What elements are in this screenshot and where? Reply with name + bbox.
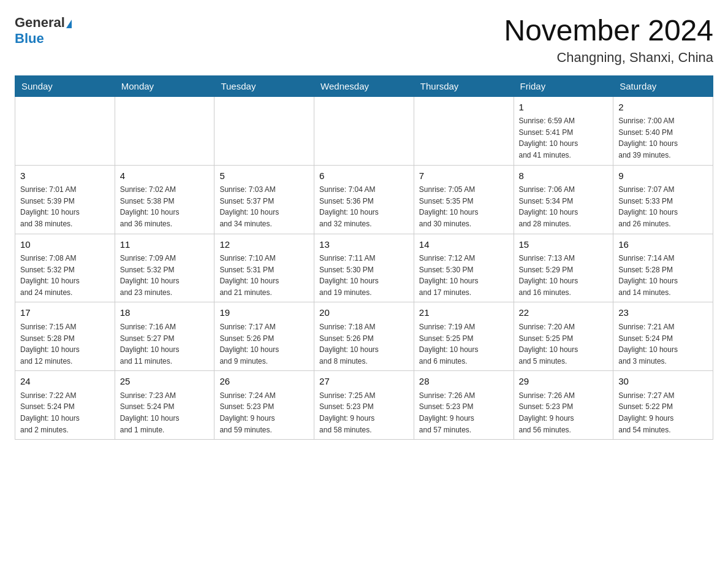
calendar-cell: 18Sunrise: 7:16 AM Sunset: 5:27 PM Dayli… bbox=[115, 302, 214, 371]
day-info: Sunrise: 7:13 AM Sunset: 5:29 PM Dayligh… bbox=[519, 253, 609, 298]
day-info: Sunrise: 7:04 AM Sunset: 5:36 PM Dayligh… bbox=[319, 184, 409, 229]
logo-triangle-icon bbox=[66, 20, 72, 28]
calendar-cell: 22Sunrise: 7:20 AM Sunset: 5:25 PM Dayli… bbox=[514, 302, 613, 371]
day-info: Sunrise: 7:26 AM Sunset: 5:23 PM Dayligh… bbox=[419, 390, 509, 435]
day-info: Sunrise: 7:11 AM Sunset: 5:30 PM Dayligh… bbox=[319, 253, 409, 298]
day-info: Sunrise: 7:09 AM Sunset: 5:32 PM Dayligh… bbox=[120, 253, 210, 298]
header-thursday: Thursday bbox=[414, 75, 514, 96]
calendar-cell: 8Sunrise: 7:06 AM Sunset: 5:34 PM Daylig… bbox=[514, 165, 613, 234]
day-info: Sunrise: 7:05 AM Sunset: 5:35 PM Dayligh… bbox=[419, 184, 509, 229]
calendar-cell: 15Sunrise: 7:13 AM Sunset: 5:29 PM Dayli… bbox=[514, 234, 613, 302]
month-year-title: November 2024 bbox=[504, 15, 713, 47]
day-number: 25 bbox=[120, 375, 210, 389]
calendar-week-0: 1Sunrise: 6:59 AM Sunset: 5:41 PM Daylig… bbox=[15, 96, 713, 165]
calendar-cell: 4Sunrise: 7:02 AM Sunset: 5:38 PM Daylig… bbox=[115, 165, 214, 234]
day-number: 21 bbox=[419, 306, 509, 320]
day-number: 16 bbox=[618, 238, 708, 252]
day-number: 20 bbox=[319, 306, 409, 320]
calendar-cell: 6Sunrise: 7:04 AM Sunset: 5:36 PM Daylig… bbox=[314, 165, 414, 234]
day-number: 3 bbox=[20, 169, 110, 183]
day-number: 22 bbox=[519, 306, 609, 320]
calendar-cell: 28Sunrise: 7:26 AM Sunset: 5:23 PM Dayli… bbox=[414, 371, 514, 440]
day-info: Sunrise: 7:07 AM Sunset: 5:33 PM Dayligh… bbox=[618, 184, 708, 229]
header-tuesday: Tuesday bbox=[214, 75, 314, 96]
calendar-cell: 19Sunrise: 7:17 AM Sunset: 5:26 PM Dayli… bbox=[214, 302, 314, 371]
calendar-cell: 23Sunrise: 7:21 AM Sunset: 5:24 PM Dayli… bbox=[613, 302, 713, 371]
calendar-cell: 3Sunrise: 7:01 AM Sunset: 5:39 PM Daylig… bbox=[15, 165, 115, 234]
day-number: 15 bbox=[519, 238, 609, 252]
header-friday: Friday bbox=[514, 75, 613, 96]
calendar-cell: 14Sunrise: 7:12 AM Sunset: 5:30 PM Dayli… bbox=[414, 234, 514, 302]
calendar-cell: 25Sunrise: 7:23 AM Sunset: 5:24 PM Dayli… bbox=[115, 371, 214, 440]
calendar-cell: 30Sunrise: 7:27 AM Sunset: 5:22 PM Dayli… bbox=[613, 371, 713, 440]
logo: General Blue bbox=[15, 15, 72, 47]
day-info: Sunrise: 7:24 AM Sunset: 5:23 PM Dayligh… bbox=[219, 390, 309, 435]
calendar-cell: 20Sunrise: 7:18 AM Sunset: 5:26 PM Dayli… bbox=[314, 302, 414, 371]
calendar-cell bbox=[314, 96, 414, 165]
day-number: 27 bbox=[319, 375, 409, 389]
calendar-cell: 5Sunrise: 7:03 AM Sunset: 5:37 PM Daylig… bbox=[214, 165, 314, 234]
calendar-cell bbox=[115, 96, 214, 165]
day-info: Sunrise: 7:01 AM Sunset: 5:39 PM Dayligh… bbox=[20, 184, 110, 229]
day-number: 26 bbox=[219, 375, 309, 389]
day-info: Sunrise: 7:27 AM Sunset: 5:22 PM Dayligh… bbox=[618, 390, 708, 435]
day-number: 2 bbox=[618, 101, 708, 115]
day-number: 19 bbox=[219, 306, 309, 320]
day-info: Sunrise: 7:02 AM Sunset: 5:38 PM Dayligh… bbox=[120, 184, 210, 229]
day-info: Sunrise: 7:00 AM Sunset: 5:40 PM Dayligh… bbox=[618, 115, 708, 161]
day-info: Sunrise: 7:12 AM Sunset: 5:30 PM Dayligh… bbox=[419, 253, 509, 298]
day-number: 13 bbox=[319, 238, 409, 252]
calendar-cell bbox=[214, 96, 314, 165]
day-info: Sunrise: 7:16 AM Sunset: 5:27 PM Dayligh… bbox=[120, 321, 210, 367]
header-monday: Monday bbox=[115, 75, 214, 96]
calendar-cell: 9Sunrise: 7:07 AM Sunset: 5:33 PM Daylig… bbox=[613, 165, 713, 234]
day-info: Sunrise: 7:03 AM Sunset: 5:37 PM Dayligh… bbox=[219, 184, 309, 229]
day-number: 23 bbox=[618, 306, 708, 320]
calendar-cell: 24Sunrise: 7:22 AM Sunset: 5:24 PM Dayli… bbox=[15, 371, 115, 440]
page-header: General Blue November 2024 Changning, Sh… bbox=[15, 15, 713, 66]
day-number: 18 bbox=[120, 306, 210, 320]
calendar-cell bbox=[15, 96, 115, 165]
day-number: 24 bbox=[20, 375, 110, 389]
day-info: Sunrise: 7:22 AM Sunset: 5:24 PM Dayligh… bbox=[20, 390, 110, 435]
calendar-cell: 17Sunrise: 7:15 AM Sunset: 5:28 PM Dayli… bbox=[15, 302, 115, 371]
calendar-week-3: 17Sunrise: 7:15 AM Sunset: 5:28 PM Dayli… bbox=[15, 302, 713, 371]
calendar-cell: 1Sunrise: 6:59 AM Sunset: 5:41 PM Daylig… bbox=[514, 96, 613, 165]
day-info: Sunrise: 7:08 AM Sunset: 5:32 PM Dayligh… bbox=[20, 253, 110, 298]
day-number: 9 bbox=[618, 169, 708, 183]
day-number: 28 bbox=[419, 375, 509, 389]
day-number: 5 bbox=[219, 169, 309, 183]
day-info: Sunrise: 6:59 AM Sunset: 5:41 PM Dayligh… bbox=[519, 115, 609, 161]
calendar-cell: 2Sunrise: 7:00 AM Sunset: 5:40 PM Daylig… bbox=[613, 96, 713, 165]
location-subtitle: Changning, Shanxi, China bbox=[504, 50, 713, 66]
day-number: 4 bbox=[120, 169, 210, 183]
calendar-header-row: SundayMondayTuesdayWednesdayThursdayFrid… bbox=[15, 75, 713, 96]
calendar-table: SundayMondayTuesdayWednesdayThursdayFrid… bbox=[15, 75, 713, 440]
day-info: Sunrise: 7:06 AM Sunset: 5:34 PM Dayligh… bbox=[519, 184, 609, 229]
header-sunday: Sunday bbox=[15, 75, 115, 96]
calendar-cell: 26Sunrise: 7:24 AM Sunset: 5:23 PM Dayli… bbox=[214, 371, 314, 440]
header-saturday: Saturday bbox=[613, 75, 713, 96]
calendar-cell: 12Sunrise: 7:10 AM Sunset: 5:31 PM Dayli… bbox=[214, 234, 314, 302]
day-number: 30 bbox=[618, 375, 708, 389]
day-number: 7 bbox=[419, 169, 509, 183]
calendar-cell: 13Sunrise: 7:11 AM Sunset: 5:30 PM Dayli… bbox=[314, 234, 414, 302]
day-number: 6 bbox=[319, 169, 409, 183]
calendar-cell: 27Sunrise: 7:25 AM Sunset: 5:23 PM Dayli… bbox=[314, 371, 414, 440]
calendar-cell: 11Sunrise: 7:09 AM Sunset: 5:32 PM Dayli… bbox=[115, 234, 214, 302]
day-number: 10 bbox=[20, 238, 110, 252]
day-number: 8 bbox=[519, 169, 609, 183]
day-number: 11 bbox=[120, 238, 210, 252]
calendar-week-4: 24Sunrise: 7:22 AM Sunset: 5:24 PM Dayli… bbox=[15, 371, 713, 440]
logo-blue-text: Blue bbox=[15, 31, 44, 46]
day-info: Sunrise: 7:18 AM Sunset: 5:26 PM Dayligh… bbox=[319, 321, 409, 367]
day-info: Sunrise: 7:23 AM Sunset: 5:24 PM Dayligh… bbox=[120, 390, 210, 435]
day-number: 12 bbox=[219, 238, 309, 252]
calendar-cell: 29Sunrise: 7:26 AM Sunset: 5:23 PM Dayli… bbox=[514, 371, 613, 440]
day-info: Sunrise: 7:21 AM Sunset: 5:24 PM Dayligh… bbox=[618, 321, 708, 367]
calendar-cell: 10Sunrise: 7:08 AM Sunset: 5:32 PM Dayli… bbox=[15, 234, 115, 302]
calendar-cell: 16Sunrise: 7:14 AM Sunset: 5:28 PM Dayli… bbox=[613, 234, 713, 302]
day-number: 14 bbox=[419, 238, 509, 252]
calendar-week-2: 10Sunrise: 7:08 AM Sunset: 5:32 PM Dayli… bbox=[15, 234, 713, 302]
day-info: Sunrise: 7:15 AM Sunset: 5:28 PM Dayligh… bbox=[20, 321, 110, 367]
